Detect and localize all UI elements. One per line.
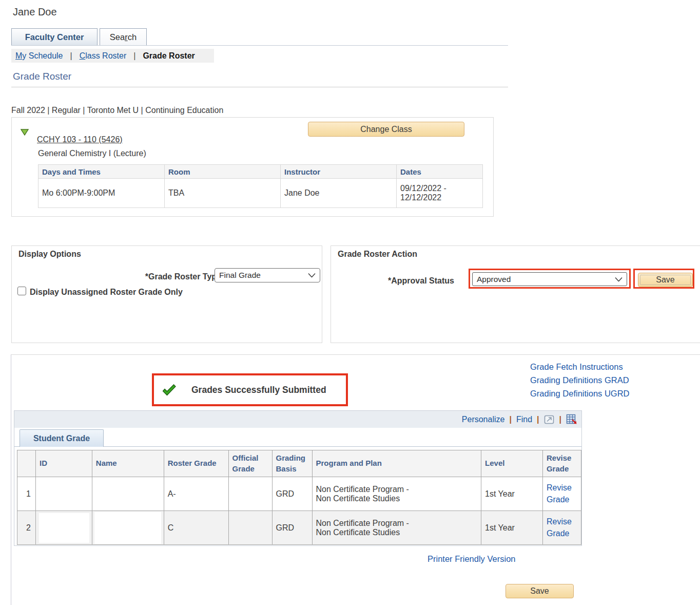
row-number: 1 bbox=[17, 477, 36, 511]
success-message-highlight: Grades Successfully Submitted bbox=[152, 373, 348, 406]
grade-roster-type-label: *Grade Roster Type bbox=[145, 272, 221, 281]
program-plan-cell: Non Certificate Program - Non Certificat… bbox=[312, 511, 481, 545]
meeting-row: Mo 6:00PM-9:00PM TBA Jane Doe 09/12/2022… bbox=[38, 179, 483, 208]
student-grade-grid: Personalize | Find | | bbox=[14, 410, 582, 546]
meeting-col-days: Days and Times bbox=[38, 165, 165, 179]
grading-definitions-ugrd-link[interactable]: Grading Definitions UGRD bbox=[530, 387, 630, 400]
subnav-separator: | bbox=[70, 51, 72, 61]
col-program-and-plan: Program and Plan bbox=[312, 450, 481, 477]
meeting-table: Days and Times Room Instructor Dates Mo … bbox=[38, 164, 483, 208]
save-button-highlight: Save bbox=[633, 269, 694, 289]
student-grade-table: ID Name Roster Grade Official Grade Grad… bbox=[17, 450, 581, 545]
course-title: General Chemistry I (Lecture) bbox=[38, 149, 146, 158]
display-options-title: Display Options bbox=[18, 250, 81, 259]
display-unassigned-checkbox[interactable] bbox=[17, 287, 26, 295]
col-grading-basis: Grading Basis bbox=[272, 450, 312, 477]
program-plan-cell: Non Certificate Program - Non Certificat… bbox=[312, 477, 481, 511]
student-name-cell bbox=[92, 511, 164, 545]
student-id-cell bbox=[35, 511, 92, 545]
official-grade-cell bbox=[228, 511, 272, 545]
help-links: Grade Fetch Instructions Grading Definit… bbox=[530, 360, 630, 400]
redaction-patch bbox=[39, 513, 89, 543]
download-to-excel-icon[interactable] bbox=[566, 414, 577, 425]
term-line: Fall 2022 | Regular | Toronto Met U | Co… bbox=[11, 106, 223, 115]
subnav: My Schedule | Class Roster | Grade Roste… bbox=[11, 49, 214, 63]
tab-faculty-center-label: Faculty Center bbox=[25, 32, 84, 42]
subnav-separator: | bbox=[133, 51, 135, 61]
title-divider bbox=[11, 87, 508, 87]
printer-friendly-link[interactable]: Printer Friendly Version bbox=[427, 554, 516, 564]
subnav-my-schedule[interactable]: My Schedule bbox=[15, 51, 63, 61]
grid-tab-row: Student Grade bbox=[14, 428, 581, 447]
meeting-col-room: Room bbox=[165, 165, 281, 179]
revise-grade-link[interactable]: Revise Grade bbox=[547, 516, 577, 539]
save-button[interactable]: Save bbox=[505, 584, 574, 598]
col-rownum bbox=[17, 450, 36, 477]
roster-grade-cell: A- bbox=[164, 477, 228, 511]
col-name: Name bbox=[92, 450, 164, 477]
col-id: ID bbox=[35, 450, 92, 477]
approval-status-highlight: Approved bbox=[469, 269, 631, 289]
student-name-cell bbox=[92, 477, 164, 511]
toolbar-separator: | bbox=[559, 415, 561, 424]
row-number: 2 bbox=[17, 511, 36, 545]
meeting-room: TBA bbox=[165, 179, 281, 208]
col-roster-grade: Roster Grade bbox=[164, 450, 228, 477]
grading-basis-cell: GRD bbox=[272, 477, 312, 511]
success-check-icon bbox=[162, 384, 176, 396]
level-cell: 1st Year bbox=[481, 511, 543, 545]
col-level: Level bbox=[481, 450, 543, 477]
tab-search[interactable]: Search bbox=[100, 28, 147, 46]
redaction-patch bbox=[94, 512, 161, 544]
meeting-days: Mo 6:00PM-9:00PM bbox=[38, 179, 165, 208]
col-revise-grade: Revise Grade bbox=[542, 450, 581, 477]
approval-status-label: *Approval Status bbox=[388, 276, 454, 286]
meeting-instructor: Jane Doe bbox=[281, 179, 397, 208]
grade-roster-action-box: Grade Roster Action *Approval Status App… bbox=[330, 245, 700, 343]
meeting-col-dates: Dates bbox=[397, 165, 483, 179]
tab-search-label: Search bbox=[110, 32, 137, 42]
table-row: 2 C GRD Non Certificate Program - Non Ce… bbox=[17, 511, 581, 545]
grade-roster-action-title: Grade Roster Action bbox=[338, 250, 417, 259]
display-unassigned-label: Display Unassigned Roster Grade Only bbox=[30, 288, 183, 297]
success-message: Grades Successfully Submitted bbox=[191, 385, 326, 395]
change-class-button[interactable]: Change Class bbox=[308, 122, 464, 137]
grading-basis-cell: GRD bbox=[272, 511, 312, 545]
approval-status-select[interactable]: Approved bbox=[472, 272, 627, 286]
roster-grade-cell: C bbox=[164, 511, 228, 545]
page-title: Grade Roster bbox=[13, 71, 71, 82]
student-id-cell bbox=[35, 477, 92, 511]
chevron-down-icon bbox=[308, 273, 316, 278]
toolbar-separator: | bbox=[509, 415, 511, 424]
display-options-box: Display Options *Grade Roster Type Final… bbox=[11, 245, 322, 343]
col-official-grade: Official Grade bbox=[228, 450, 272, 477]
revise-grade-cell: Revise Grade bbox=[542, 477, 581, 511]
collapse-triangle-icon[interactable] bbox=[21, 129, 29, 136]
grid-toolbar: Personalize | Find | | bbox=[14, 411, 581, 428]
meeting-col-instructor: Instructor bbox=[281, 165, 397, 179]
grade-roster-page: Jane Doe Faculty Center Search My Schedu… bbox=[0, 0, 700, 605]
chevron-down-icon bbox=[615, 277, 623, 281]
tab-faculty-center[interactable]: Faculty Center bbox=[11, 28, 98, 46]
find-link[interactable]: Find bbox=[516, 415, 532, 424]
grading-definitions-grad-link[interactable]: Grading Definitions GRAD bbox=[530, 373, 630, 387]
revise-grade-cell: Revise Grade bbox=[542, 511, 581, 545]
grade-roster-type-select[interactable]: Final Grade bbox=[215, 268, 320, 282]
grade-fetch-instructions-link[interactable]: Grade Fetch Instructions bbox=[530, 360, 630, 373]
subnav-class-roster[interactable]: Class Roster bbox=[80, 51, 127, 61]
approval-save-button[interactable]: Save bbox=[638, 273, 693, 287]
tab-student-grade[interactable]: Student Grade bbox=[20, 429, 104, 447]
personalize-link[interactable]: Personalize bbox=[462, 415, 505, 424]
revise-grade-link[interactable]: Revise Grade bbox=[547, 482, 577, 505]
subnav-grade-roster-current: Grade Roster bbox=[143, 51, 195, 61]
course-link[interactable]: CCHY 103 - 110 (5426) bbox=[37, 135, 123, 144]
meeting-dates: 09/12/2022 - 12/12/2022 bbox=[397, 179, 483, 208]
toolbar-separator: | bbox=[537, 415, 539, 424]
official-grade-cell bbox=[228, 477, 272, 511]
table-header-row: ID Name Roster Grade Official Grade Grad… bbox=[17, 450, 581, 477]
level-cell: 1st Year bbox=[481, 477, 543, 511]
page-user-name: Jane Doe bbox=[13, 6, 57, 18]
view-all-popup-icon[interactable] bbox=[544, 414, 555, 425]
tab-underline bbox=[11, 45, 508, 46]
table-row: 1 A- GRD Non Certificate Program - Non C… bbox=[17, 477, 581, 511]
